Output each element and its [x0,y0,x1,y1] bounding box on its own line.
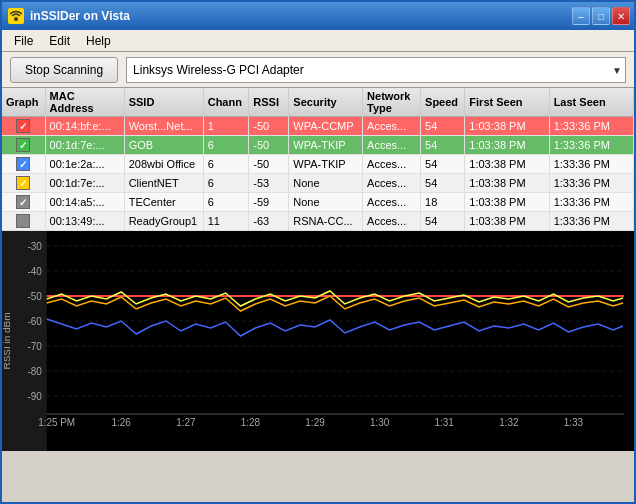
wifi-table: Graph MACAddress SSID Chann RSSI Securit… [2,88,634,231]
ssid-cell: ReadyGroup1 [124,212,203,231]
wifi-table-container: Graph MACAddress SSID Chann RSSI Securit… [2,88,634,231]
speed-cell: 54 [421,136,465,155]
rssi-cell: -50 [249,117,289,136]
close-button[interactable]: ✕ [612,7,630,25]
mac-cell: 00:14:a5:... [45,193,124,212]
table-row: ✓00:1e:2a:...208wbi Office6-50WPA-TKIPAc… [2,155,634,174]
col-mac: MACAddress [45,88,124,117]
svg-text:-80: -80 [27,366,42,377]
svg-text:1:26: 1:26 [112,417,132,428]
menu-help[interactable]: Help [78,32,119,50]
svg-text:1:31: 1:31 [435,417,455,428]
rssi-cell: -59 [249,193,289,212]
channel-cell: 11 [203,212,249,231]
speed-cell: 54 [421,174,465,193]
chart-container: -30 -40 -50 -60 -70 -80 -90 [2,231,634,451]
nettype-cell: Acces... [363,212,421,231]
svg-text:-30: -30 [27,241,42,252]
adapter-wrapper: Linksys Wireless-G PCI Adapter ▼ [126,57,626,83]
adapter-select[interactable]: Linksys Wireless-G PCI Adapter [126,57,626,83]
nettype-cell: Acces... [363,117,421,136]
ssid-cell: TECenter [124,193,203,212]
col-graph: Graph [2,88,45,117]
speed-cell: 54 [421,155,465,174]
nettype-cell: Acces... [363,136,421,155]
table-row: 00:13:49:...ReadyGroup111-63RSNA-CC...Ac… [2,212,634,231]
graph-cell[interactable]: ✓ [2,193,45,212]
col-rssi: RSSI [249,88,289,117]
lastseen-cell: 1:33:36 PM [549,193,633,212]
security-cell: WPA-TKIP [289,155,363,174]
mac-cell: 00:14:bf:e:... [45,117,124,136]
svg-text:RSSI in dBm: RSSI in dBm [2,312,12,369]
col-channel: Chann [203,88,249,117]
security-cell: RSNA-CC... [289,212,363,231]
table-header-row: Graph MACAddress SSID Chann RSSI Securit… [2,88,634,117]
title-controls: – □ ✕ [572,7,630,25]
menu-file[interactable]: File [6,32,41,50]
security-cell: WPA-CCMP [289,117,363,136]
speed-cell: 54 [421,212,465,231]
channel-cell: 6 [203,136,249,155]
svg-text:1:28: 1:28 [241,417,261,428]
lastseen-cell: 1:33:36 PM [549,212,633,231]
security-cell: None [289,193,363,212]
menu-bar: File Edit Help [2,30,634,52]
nettype-cell: Acces... [363,193,421,212]
maximize-button[interactable]: □ [592,7,610,25]
ssid-cell: GOB [124,136,203,155]
svg-text:1:33: 1:33 [564,417,584,428]
col-ssid: SSID [124,88,203,117]
rssi-cell: -53 [249,174,289,193]
security-cell: WPA-TKIP [289,136,363,155]
col-security: Security [289,88,363,117]
col-nettype: NetworkType [363,88,421,117]
firstseen-cell: 1:03:38 PM [465,174,549,193]
firstseen-cell: 1:03:38 PM [465,117,549,136]
channel-cell: 6 [203,155,249,174]
svg-text:-90: -90 [27,391,42,402]
lastseen-cell: 1:33:36 PM [549,136,633,155]
minimize-button[interactable]: – [572,7,590,25]
lastseen-cell: 1:33:36 PM [549,174,633,193]
channel-cell: 6 [203,174,249,193]
rssi-cell: -63 [249,212,289,231]
col-speed: Speed [421,88,465,117]
app-icon [8,8,24,24]
graph-cell[interactable]: ✓ [2,174,45,193]
mac-cell: 00:1d:7e:... [45,136,124,155]
table-row: ✓00:14:bf:e:...Worst...Net...1-50WPA-CCM… [2,117,634,136]
main-window: inSSIDer on Vista – □ ✕ File Edit Help S… [0,0,636,504]
svg-text:1:30: 1:30 [370,417,390,428]
ssid-cell: Worst...Net... [124,117,203,136]
channel-cell: 1 [203,117,249,136]
svg-text:-70: -70 [27,341,42,352]
window-title: inSSIDer on Vista [30,9,130,23]
table-row: ✓00:1d:7e:...GOB6-50WPA-TKIPAcces...541:… [2,136,634,155]
graph-cell[interactable] [2,212,45,231]
speed-cell: 18 [421,193,465,212]
lastseen-cell: 1:33:36 PM [549,117,633,136]
menu-edit[interactable]: Edit [41,32,78,50]
graph-cell[interactable]: ✓ [2,117,45,136]
svg-text:1:25 PM: 1:25 PM [38,417,75,428]
ssid-cell: ClientNET [124,174,203,193]
svg-text:-40: -40 [27,266,42,277]
lastseen-cell: 1:33:36 PM [549,155,633,174]
graph-cell[interactable]: ✓ [2,155,45,174]
table-row: ✓00:1d:7e:...ClientNET6-53NoneAcces...54… [2,174,634,193]
firstseen-cell: 1:03:38 PM [465,193,549,212]
wifi-table-body: ✓00:14:bf:e:...Worst...Net...1-50WPA-CCM… [2,117,634,231]
mac-cell: 00:13:49:... [45,212,124,231]
ssid-cell: 208wbi Office [124,155,203,174]
col-firstseen: First Seen [465,88,549,117]
rssi-chart: -30 -40 -50 -60 -70 -80 -90 [2,231,634,451]
svg-text:1:32: 1:32 [499,417,519,428]
firstseen-cell: 1:03:38 PM [465,136,549,155]
stop-scan-button[interactable]: Stop Scanning [10,57,118,83]
table-row: ✓00:14:a5:...TECenter6-59NoneAcces...181… [2,193,634,212]
rssi-cell: -50 [249,136,289,155]
col-lastseen: Last Seen [549,88,633,117]
nettype-cell: Acces... [363,155,421,174]
graph-cell[interactable]: ✓ [2,136,45,155]
